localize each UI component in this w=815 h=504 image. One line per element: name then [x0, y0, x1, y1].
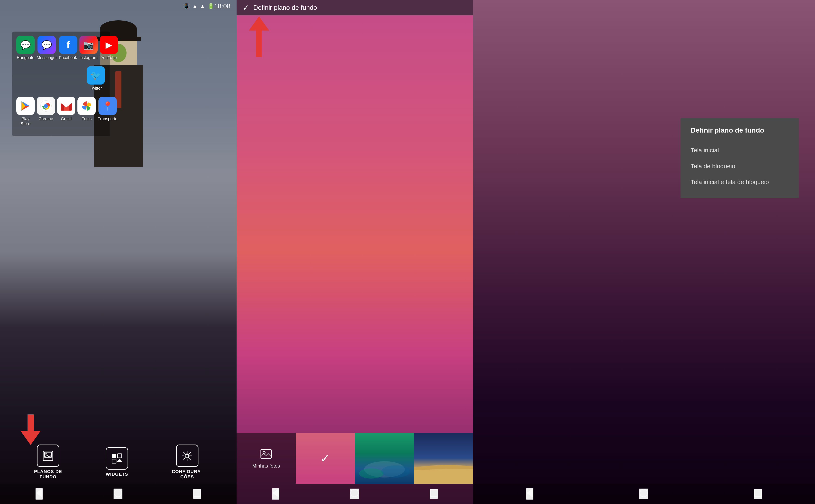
nav-recent-1[interactable] [193, 489, 201, 499]
context-menu-panel: Definir plano de fundo Tela inicial Tela… [473, 0, 815, 504]
instagram-label: Instagram [79, 55, 97, 60]
thumb-aerial-wallpaper[interactable] [414, 433, 473, 484]
twitter-icon: 🐦 [87, 66, 105, 85]
chrome-label: Chrome [38, 116, 53, 121]
app-chrome[interactable]: Chrome [37, 97, 55, 126]
signal-icon: ▲ [200, 3, 205, 9]
ocean-thumbnail [355, 433, 414, 484]
widgets-icon-box [106, 447, 128, 470]
dock-wallpapers[interactable]: PLANOS DEFUNDO [34, 445, 62, 480]
wallpaper-bg [236, 0, 473, 504]
app-facebook[interactable]: f Facebook [59, 36, 77, 60]
youtube-icon: ▶ [100, 36, 118, 54]
wallpapers-icon-box [37, 445, 59, 467]
svg-rect-13 [112, 454, 116, 458]
svg-point-24 [381, 465, 410, 478]
messenger-label: Messenger [37, 55, 57, 60]
app-transporte[interactable]: 📍 Transporte [98, 97, 117, 126]
arrow-down-indicator [20, 414, 41, 445]
app-row-3: Play Store Chrome [16, 97, 106, 126]
svg-point-18 [186, 454, 189, 457]
instagram-icon: 📷 [79, 36, 98, 54]
gmail-svg [61, 101, 72, 111]
arrow-up-indicator [249, 16, 269, 57]
chrome-icon [37, 97, 55, 115]
nav-bar-2 [236, 484, 473, 504]
nav-recent-2[interactable] [430, 489, 438, 499]
svg-marker-16 [117, 459, 122, 462]
status-icons: 📳 ▲ ▲ 🔋 [183, 3, 214, 9]
app-hangouts[interactable]: 💬 Hangouts [16, 36, 35, 60]
app-playstore[interactable]: Play Store [16, 97, 35, 126]
app-row-2: 🐦 Twitter [16, 66, 106, 91]
settings-label: CONFIGURA-ÇÕES [172, 469, 202, 480]
dock-settings[interactable]: CONFIGURA-ÇÕES [172, 445, 202, 480]
nav-recent-3[interactable] [754, 489, 762, 499]
svg-point-7 [44, 104, 48, 108]
context-menu-title: Definir plano de fundo [691, 126, 789, 134]
aerial-thumbnail [414, 433, 473, 484]
transporte-icon: 📍 [98, 97, 117, 115]
twitter-label: Twitter [90, 86, 102, 91]
vibrate-icon: 📳 [183, 3, 190, 9]
nav-home-1[interactable] [113, 489, 122, 499]
nav-bar-1 [0, 484, 236, 504]
confirm-checkmark-icon[interactable]: ✓ [243, 3, 249, 12]
topbar-title: Definir plano de fundo [253, 4, 317, 11]
settings-svg [181, 450, 193, 461]
thumb-ocean-wallpaper[interactable] [355, 433, 414, 484]
wifi-icon: ▲ [192, 3, 197, 9]
thumb-my-photos[interactable]: Minhas fotos [236, 433, 296, 484]
gmail-label: Gmail [61, 116, 71, 121]
menu-item-home-screen[interactable]: Tela inicial [691, 142, 789, 158]
bottom-dock: PLANOS DEFUNDO WIDGETS CONF [0, 445, 236, 480]
nav-home-2[interactable] [350, 489, 359, 499]
app-instagram[interactable]: 📷 Instagram [79, 36, 98, 60]
playstore-icon [16, 97, 35, 115]
dock-widgets[interactable]: WIDGETS [106, 447, 128, 477]
playstore-svg [20, 101, 31, 111]
wallpaper-picker-panel: ✓ Definir plano de fundo Minhas fotos ✓ [236, 0, 473, 504]
app-gmail[interactable]: Gmail [57, 97, 75, 126]
svg-point-23 [359, 468, 383, 479]
my-photos-icon [260, 448, 272, 460]
svg-rect-14 [118, 454, 122, 458]
hangouts-icon: 💬 [16, 36, 35, 54]
fotos-svg [81, 100, 92, 112]
nav-bar-3 [473, 484, 815, 504]
chrome-svg [40, 100, 52, 112]
thumb-selected-wallpaper[interactable]: ✓ [296, 433, 355, 484]
context-bg [473, 0, 815, 504]
transporte-label: Transporte [98, 116, 117, 121]
app-twitter[interactable]: 🐦 Twitter [86, 66, 106, 91]
status-time: 18:08 [214, 2, 230, 10]
settings-icon-box [176, 445, 198, 467]
nav-home-3[interactable] [639, 489, 648, 499]
nav-back-3[interactable] [526, 488, 534, 500]
wallpapers-svg [42, 450, 54, 461]
menu-item-lock-screen[interactable]: Tela de bloqueio [691, 158, 789, 174]
selected-check-icon: ✓ [320, 451, 330, 465]
hangouts-label: Hangouts [17, 55, 34, 60]
app-youtube[interactable]: ▶ YouTube [100, 36, 118, 60]
status-bar: 📳 ▲ ▲ 🔋 18:08 [0, 0, 236, 12]
messenger-icon: 💬 [37, 36, 56, 54]
topbar: ✓ Definir plano de fundo [236, 0, 473, 15]
nav-back-2[interactable] [272, 488, 279, 500]
nav-back-1[interactable] [35, 488, 43, 500]
thumbnail-strip: Minhas fotos ✓ [236, 433, 473, 484]
app-fotos[interactable]: Fotos [77, 97, 96, 126]
fotos-icon [77, 97, 96, 115]
widgets-label: WIDGETS [106, 472, 128, 477]
app-messenger[interactable]: 💬 Messenger [37, 36, 57, 60]
app-grid: 💬 Hangouts 💬 Messenger f Facebook 📷 [12, 32, 110, 136]
fotos-label: Fotos [81, 116, 92, 121]
facebook-icon: f [59, 36, 77, 54]
context-menu-box: Definir plano de fundo Tela inicial Tela… [681, 118, 799, 198]
svg-rect-19 [261, 449, 271, 458]
youtube-label: YouTube [101, 55, 117, 60]
home-screen-panel: 📳 ▲ ▲ 🔋 18:08 💬 Hangouts 💬 Messenger [0, 0, 236, 504]
menu-item-both[interactable]: Tela inicial e tela de bloqueio [691, 174, 789, 190]
facebook-label: Facebook [59, 55, 77, 60]
playstore-label: Play Store [16, 116, 35, 126]
